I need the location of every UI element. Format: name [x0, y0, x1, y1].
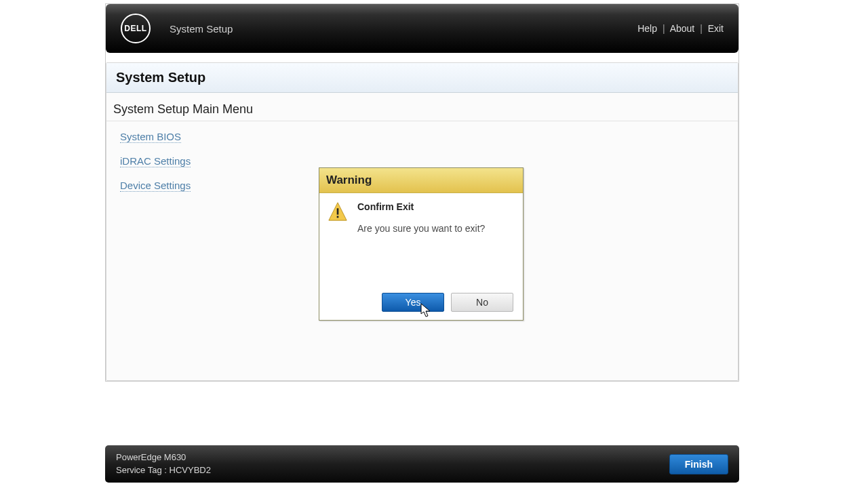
dell-logo-text: DELL [124, 24, 146, 33]
footer-model: PowerEdge M630 [116, 451, 211, 464]
help-link[interactable]: Help [637, 23, 657, 34]
link-separator: | [663, 23, 665, 34]
footer-service-tag-line: Service Tag : HCVYBD2 [116, 464, 211, 476]
menu-system-bios[interactable]: System BIOS [120, 131, 181, 143]
finish-button[interactable]: Finish [669, 454, 728, 474]
footer-service-tag-value: HCVYBD2 [170, 465, 211, 475]
warning-dialog-buttons: Yes No [382, 293, 513, 312]
exit-link[interactable]: Exit [708, 23, 724, 34]
section-title-bar: System Setup [106, 63, 738, 93]
warning-icon [328, 201, 348, 234]
header-bar: DELL System Setup Help | About | Exit [106, 4, 738, 53]
svg-rect-1 [337, 208, 339, 214]
yes-button[interactable]: Yes [382, 293, 444, 312]
warning-dialog-body: Confirm Exit Are you sure you want to ex… [319, 193, 523, 234]
subsection-header: System Setup Main Menu [106, 93, 738, 121]
header-links: Help | About | Exit [637, 23, 724, 34]
warning-dialog: Warning Confirm Exit Are you sure you wa… [319, 167, 524, 321]
subsection-title: System Setup Main Menu [113, 102, 731, 117]
dell-logo: DELL [121, 14, 151, 43]
warning-dialog-text: Confirm Exit Are you sure you want to ex… [357, 201, 515, 234]
footer-info: PowerEdge M630 Service Tag : HCVYBD2 [116, 451, 211, 476]
footer-service-tag-label: Service Tag : [116, 465, 170, 475]
header-title: System Setup [170, 23, 637, 35]
warning-dialog-title: Warning [319, 168, 523, 193]
menu-idrac-settings[interactable]: iDRAC Settings [120, 155, 191, 167]
footer-bar: PowerEdge M630 Service Tag : HCVYBD2 Fin… [105, 445, 739, 483]
warning-message: Are you sure you want to exit? [357, 223, 515, 234]
link-separator: | [700, 23, 703, 34]
about-link[interactable]: About [670, 23, 695, 34]
svg-rect-2 [337, 216, 339, 218]
menu-device-settings[interactable]: Device Settings [120, 180, 191, 192]
section-title: System Setup [116, 70, 728, 85]
no-button[interactable]: No [451, 293, 513, 312]
warning-heading: Confirm Exit [357, 201, 515, 212]
